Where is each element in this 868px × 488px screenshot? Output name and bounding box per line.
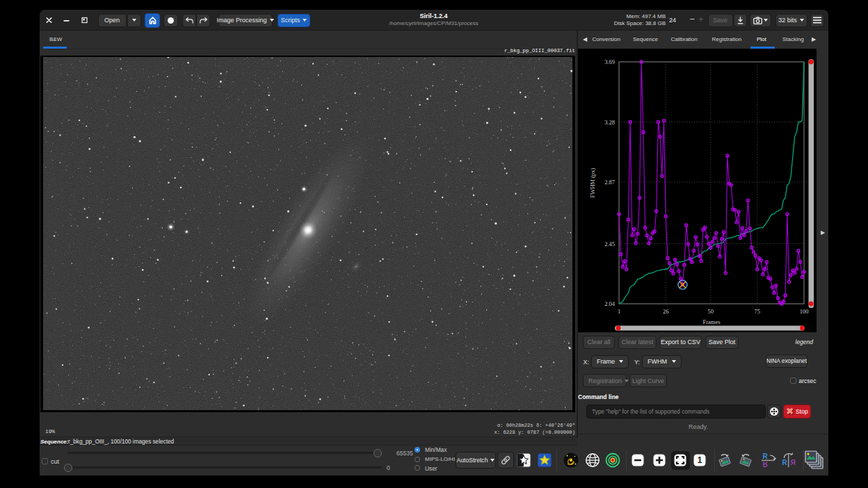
svg-text:75: 75 [755,308,761,315]
svg-text:3.69: 3.69 [604,58,615,65]
svg-text:R: R [762,453,768,460]
svg-text:2.45: 2.45 [604,241,615,247]
svg-text:R: R [782,459,788,466]
svg-text:1: 1 [698,455,702,465]
svg-text:50: 50 [707,308,713,315]
svg-text:Frames: Frames [702,318,720,325]
svg-text:R: R [790,459,796,466]
svg-text:2.87: 2.87 [604,179,615,186]
svg-text:1: 1 [618,308,620,315]
svg-text:3.28: 3.28 [604,119,615,126]
svg-text:26: 26 [663,308,669,315]
svg-text:FWHM (px): FWHM (px) [589,168,596,197]
svg-text:2.04: 2.04 [604,300,616,307]
svg-text:100: 100 [800,308,809,315]
svg-text:R: R [762,460,768,468]
